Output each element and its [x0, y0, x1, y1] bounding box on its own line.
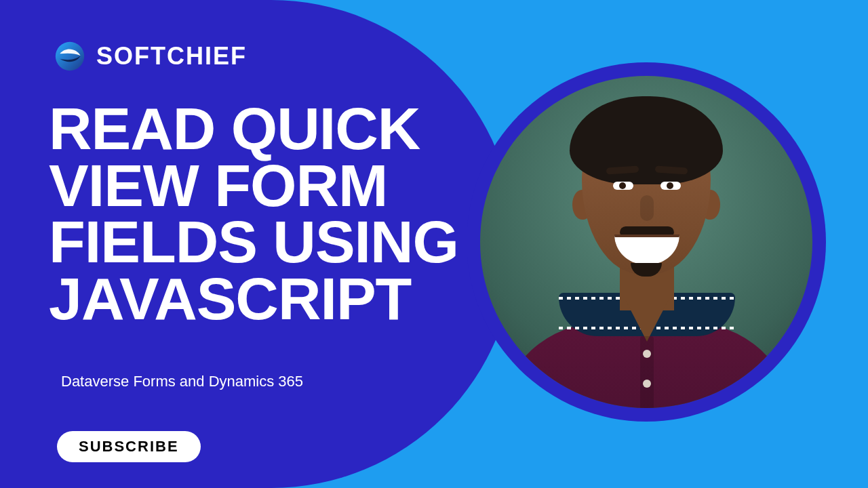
brand-logo-icon	[54, 41, 85, 72]
brand-lockup: SOFTCHIEF	[54, 41, 247, 72]
subtitle: Dataverse Forms and Dynamics 365	[61, 373, 303, 390]
headline: READ QUICK VIEW FORM FIELDS USING JAVASC…	[49, 100, 458, 327]
brand-name: SOFTCHIEF	[96, 42, 247, 70]
thumbnail-canvas: SOFTCHIEF READ QUICK VIEW FORM FIELDS US…	[0, 0, 868, 488]
presenter-portrait	[480, 76, 812, 408]
portrait-frame	[467, 62, 826, 422]
subscribe-button[interactable]: SUBSCRIBE	[57, 431, 201, 462]
